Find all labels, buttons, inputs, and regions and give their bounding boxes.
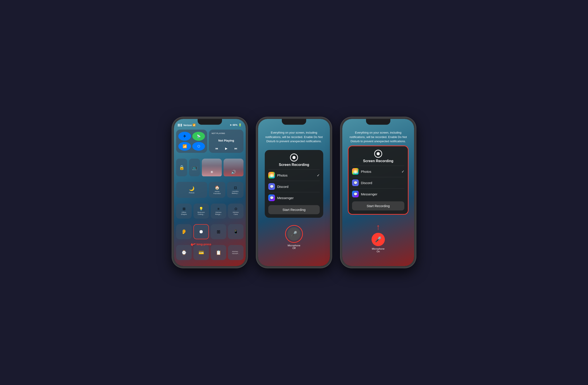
discord-app-row-3[interactable]: 💬 Discord	[352, 177, 404, 188]
carrier-label: Verizon	[183, 124, 192, 126]
microphone-button-off[interactable]: 🎤	[287, 227, 301, 241]
kitchen-range-icon: ≡	[217, 207, 219, 211]
now-playing-title: Not Playing	[211, 139, 241, 142]
rp-title-2: Screen Recording	[279, 163, 309, 167]
mic-outer-ring: 🎤	[285, 225, 303, 243]
watchface-tile[interactable]: ⌚	[176, 245, 192, 260]
watchface-icon: ⌚	[181, 250, 187, 255]
play-icon[interactable]: ▶	[225, 147, 228, 150]
long-press-label: long-press	[196, 243, 211, 246]
photos-app-row[interactable]: 🌅 Photos ✓	[268, 169, 320, 181]
status-right-1: ➤ 66% 🔋	[230, 123, 242, 126]
focus-tile[interactable]: 🌙 Focus	[176, 182, 207, 198]
volume-tile[interactable]: 🔊	[224, 159, 244, 176]
brightness-icon: ☀	[210, 170, 213, 175]
hearing-tile[interactable]: 👂	[176, 224, 192, 239]
messenger-app-icon-3: 💬	[352, 191, 359, 197]
phone-3: Everything on your screen, including not…	[340, 117, 416, 268]
home-tile[interactable]: 🏠 HomeFavorites	[209, 182, 225, 198]
rp-title-3: Screen Recording	[363, 159, 394, 163]
calculator-icon: ⊞	[217, 229, 220, 234]
photos-check-3: ✓	[401, 169, 404, 174]
notes-icon: 📋	[216, 250, 221, 255]
kitchen-range-tile[interactable]: ≡ KitchenRange...	[211, 203, 226, 219]
messenger-app-row[interactable]: 💬 Messenger	[268, 192, 320, 203]
mic-container-3: 🎤 MicrophoneOn	[372, 233, 385, 253]
messenger-app-name-3: Messenger	[361, 192, 404, 196]
rp-header-2: Screen Recording	[268, 154, 320, 167]
screen-record-tile[interactable]: ⏺	[193, 224, 209, 239]
notch-3	[366, 119, 390, 125]
start-recording-button-3[interactable]: Start Recording	[352, 201, 404, 210]
notch-2	[282, 119, 306, 125]
lock-icon: 🔒	[179, 165, 185, 170]
microphone-button-on[interactable]: 🎤	[372, 233, 385, 246]
bedroom-icon: 💡	[199, 207, 203, 211]
long-press-annotation: ↙ long-press	[190, 241, 211, 248]
cc-row-5: 👂 ⏺ ⊞ 📱	[176, 224, 244, 239]
record-dot	[293, 156, 295, 159]
focus-label: Focus	[189, 192, 194, 194]
battery-label: 66%	[233, 124, 237, 126]
moon-icon: 🌙	[189, 186, 194, 191]
phone-3-screen: Everything on your screen, including not…	[342, 119, 414, 266]
discord-app-name: Discord	[277, 185, 320, 188]
playback-controls: ⏮ ▶ ⏭	[211, 147, 241, 150]
photos-app-icon: 🌅	[268, 172, 275, 179]
photos-app-row-3[interactable]: 🌅 Photos ✓	[352, 166, 404, 177]
prev-icon[interactable]: ⏮	[215, 147, 218, 150]
cellular-button[interactable]: 📡	[192, 132, 205, 141]
kitchen-home-icon: KitchenHomeP...	[232, 251, 239, 255]
office-label: OfficeShapes	[181, 211, 187, 215]
phone-2-screen: Everything on your screen, including not…	[258, 119, 330, 266]
bluetooth-button[interactable]: ⬡	[192, 142, 205, 151]
cc-row-1: ✈ 📡 📶 ⬡ NOT PLAYING Not Playing ⏮ ▶ ⏭	[176, 130, 244, 153]
mirror-icon: 📺	[192, 165, 197, 170]
remote-tile[interactable]: 📱	[228, 224, 244, 239]
laundry-label: LaundryBattery...	[232, 190, 239, 194]
cc-row-4: ⊞ OfficeShapes 💡 BedroomCeiling... ≡ Kit…	[176, 203, 244, 219]
bedroom-label: BedroomCeiling...	[198, 211, 205, 215]
bedroom-tile[interactable]: 💡 BedroomCeiling...	[193, 203, 209, 219]
kitchen-home-tile[interactable]: KitchenHomeP...	[228, 245, 244, 260]
messenger-app-row-3[interactable]: 💬 Messenger	[352, 188, 404, 200]
calculator-tile[interactable]: ⊞	[211, 224, 226, 239]
screen-lock-tile[interactable]: 🔒	[176, 159, 187, 176]
mic-on-label: MicrophoneOn	[372, 247, 384, 253]
wifi-status-icon: 📶	[192, 124, 196, 126]
phone-2: Everything on your screen, including not…	[256, 117, 332, 268]
recording-popup-3: Screen Recording 🌅 Photos ✓ 💬 Discord 💬 …	[348, 145, 409, 215]
kitchen-range-label: KitchenRange...	[215, 211, 222, 215]
recording-popup-2: Screen Recording 🌅 Photos ✓ 💬 Discord 💬 …	[265, 150, 323, 218]
signal-icon: ▌▌▌	[178, 124, 183, 126]
remote-icon: 📱	[233, 229, 238, 234]
notes-tile[interactable]: 📋	[211, 245, 226, 260]
office-icon: ⊞	[183, 207, 186, 211]
discord-app-name-3: Discord	[361, 181, 404, 185]
cc-row-2: 🔒 📺 ☀ 🔊	[176, 159, 244, 176]
office-tile[interactable]: ⊞ OfficeShapes	[176, 203, 192, 219]
airplane-button[interactable]: ✈	[178, 132, 191, 141]
home-icon: 🏠	[215, 185, 220, 190]
wifi-button[interactable]: 📶	[178, 142, 191, 151]
record-circle-icon-3	[374, 150, 382, 158]
discord-app-icon-3: 💬	[352, 180, 359, 186]
brightness-tile[interactable]: ☀	[202, 159, 222, 176]
info-text-3: Everything on your screen, including not…	[347, 130, 410, 143]
mirror-tile[interactable]: 📺	[189, 159, 200, 176]
next-icon[interactable]: ⏭	[234, 147, 237, 150]
notch-1	[198, 119, 222, 125]
kitchen-cans-tile[interactable]: ⊙ KitchenCans	[228, 203, 244, 219]
hearing-icon: 👂	[181, 229, 187, 234]
volume-icon: 🔊	[231, 170, 236, 175]
discord-app-row[interactable]: 💬 Discord	[268, 181, 320, 192]
photos-app-name-3: Photos	[361, 170, 399, 173]
now-playing-tile[interactable]: NOT PLAYING Not Playing ⏮ ▶ ⏭	[209, 130, 244, 153]
start-recording-button-2[interactable]: Start Recording	[268, 205, 320, 214]
kitchen-cans-label: KitchenCans	[233, 211, 239, 215]
record-circle-icon	[290, 154, 298, 162]
cc-row-3: 🌙 Focus 🏠 HomeFavorites ⊡ LaundryBattery…	[176, 182, 244, 198]
kitchen-cans-icon: ⊙	[234, 207, 237, 211]
laundry-tile[interactable]: ⊡ LaundryBattery...	[227, 182, 244, 198]
messenger-app-name: Messenger	[277, 196, 320, 200]
